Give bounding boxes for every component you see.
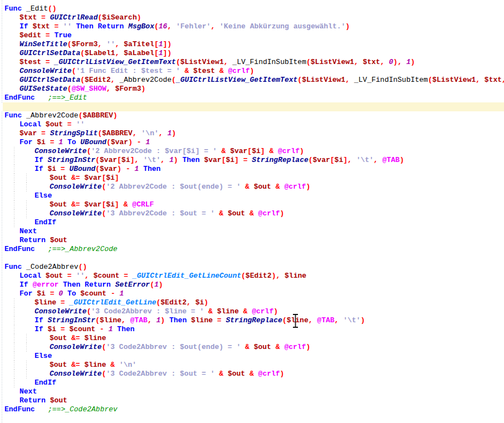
code-line[interactable]: For $i = 0 To $count - 1 [0,289,504,298]
code-line[interactable]: Else [0,352,504,361]
code-token: '1 Func Edit : $test = ' [76,67,180,75]
code-token [94,22,98,31]
code-token: , [115,40,120,48]
code-line[interactable]: Func _Code2Abbrev() [0,263,504,272]
code-token: @crlf [284,183,306,191]
code-token [35,245,48,253]
code-token: $Label1 [85,49,115,57]
code-token [56,165,61,173]
code-token: 1 [159,40,163,48]
code-line[interactable]: Func _Abbrev2Code($ABBREV) [0,111,504,120]
code-token [67,361,71,369]
code-line[interactable]: If @error Then Return SetError(1) [0,281,504,289]
code-line[interactable]: ConsoleWrite('3 Abbrev2Code : $out = ' &… [0,209,504,218]
indent-guide [14,316,14,325]
code-token: = [46,58,50,66]
code-line[interactable]: $txt = GUICtrlRead($iSearch) [0,13,504,22]
code-token: @crlf [258,209,280,218]
code-token [72,22,76,31]
code-token: ConsoleWrite [50,183,102,191]
code-line[interactable]: $out &= $line [0,334,504,343]
code-line[interactable]: Local $out = '', $count = _GUICtrlEdit_G… [0,272,504,281]
code-line[interactable]: EndFunc ;==>_Edit [0,94,504,102]
code-line[interactable]: EndIf [0,378,504,387]
indent-guide [26,209,27,218]
code-token: $line [100,316,121,324]
code-token: '\t' [356,156,374,164]
code-line[interactable]: If $i = $count - 1 Then [0,325,504,334]
code-token [152,316,156,324]
indent-guide [14,334,14,343]
code-line[interactable]: $out &= $var[$i] [0,174,504,183]
code-token: ]) [163,40,172,48]
code-token: [ [154,40,159,48]
code-token: ;==>_Abbrev2Code [48,245,118,253]
code-line[interactable]: ConsoleWrite('2 Abbrev2Code : $var[$i] =… [0,147,504,156]
code-line[interactable]: If $txt = '' Then Return MsgBox(16, 'Feh… [0,22,504,31]
code-line[interactable]: $out &= $var[$i] & @CRLF [0,200,504,209]
code-token [254,370,258,378]
code-line[interactable]: Next [0,227,504,236]
code-token: For [19,289,32,298]
code-token: $out [50,396,67,405]
code-token: [ [247,147,252,155]
code-token: $count [69,325,95,333]
code-line[interactable]: Func _Edit() [0,4,504,13]
code-token: , [159,129,163,137]
code-token: $out [50,236,67,244]
code-token [191,298,195,307]
code-line[interactable]: If StringInStr($line, @TAB, 1) Then $lin… [0,316,504,325]
code-token: ], [343,156,352,164]
code-line[interactable]: Else [0,191,504,200]
code-line[interactable] [0,254,504,263]
code-line[interactable]: Local $out = '' [0,120,504,129]
code-token [58,22,63,31]
code-token: , [133,129,137,137]
code-token: $out [50,361,67,369]
code-line[interactable]: $out &= $line & '\n' [0,361,504,370]
code-line[interactable]: Return $out [0,236,504,245]
code-editor[interactable]: Func _Edit()$txt = GUICtrlRead($iSearch)… [0,0,504,423]
code-line[interactable]: EndIf [0,218,504,227]
code-line[interactable]: Return $out [0,396,504,405]
code-line[interactable]: GUICtrlSetData($Label1, $aLabel[1]) [0,49,504,58]
indent-guide [26,174,27,183]
caret-line[interactable] [0,102,504,111]
code-token [80,281,85,289]
code-line[interactable]: WinSetTitle($Form3, '', $aTitel[1]) [0,40,504,49]
code-token: $aTitel [124,40,154,48]
code-line[interactable]: ConsoleWrite('3 Code2Abbrev : $out(ende)… [0,343,504,352]
code-line[interactable]: ConsoleWrite('1 Func Edit : $test = ' & … [0,67,504,76]
code-token [124,22,128,31]
code-token [37,129,41,137]
code-token [46,13,50,22]
code-line[interactable]: $var = StringSplit($ABBREV, '\n', 1) [0,129,504,138]
code-line[interactable]: Next [0,387,504,396]
code-token: $i [195,298,204,307]
code-line[interactable]: $edit = True [0,31,504,40]
indent-guide [14,378,14,387]
code-line[interactable]: ConsoleWrite('3 Code2Abbrev : $line = ' … [0,307,504,316]
code-token: $line [84,334,106,342]
code-token: () [48,4,57,13]
code-token [213,307,217,316]
code-line[interactable]: If StringInStr($var[$i], '\t', 1) Then $… [0,156,504,165]
code-token [106,289,111,298]
indent-guide [26,334,27,343]
code-line[interactable]: EndFunc ;==>_Abbrev2Code [0,245,504,254]
code-line[interactable]: $line = _GUICtrlEdit_GetLine($Edit2, $i) [0,298,504,307]
code-line[interactable]: ConsoleWrite('3 Code2Abbrev : $out = ' &… [0,370,504,378]
code-token: UBound [69,165,95,173]
code-line[interactable]: If $i = UBound($var) - 1 Then [0,165,504,174]
code-token: $Edit2 [85,76,111,84]
code-token [37,13,41,22]
code-line[interactable]: GUISetState(@SW_SHOW, $Form3) [0,85,504,94]
code-line[interactable]: GUICtrlSetData($Edit2, _Abbrev2Code(_GUI… [0,76,504,85]
code-line[interactable]: $test = _GUICtrlListView_GetItemText($Li… [0,58,504,67]
code-line[interactable]: ConsoleWrite('2 Abbrev2Code : $out(ende)… [0,183,504,191]
code-token: @crlf [284,343,306,351]
code-token: , [345,76,350,84]
code-line[interactable]: EndFunc ;==>_Code2Abbrev [0,405,504,414]
code-token: $out [50,174,67,182]
code-line[interactable]: For $i = 1 To UBound($var) - 1 [0,138,504,147]
